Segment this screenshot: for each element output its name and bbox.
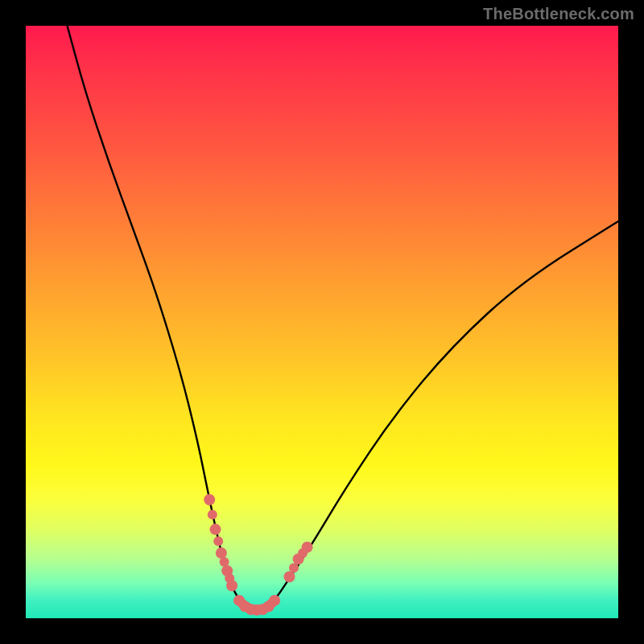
accent-dots-group xyxy=(204,494,312,616)
accent-dot xyxy=(204,494,215,506)
accent-dot xyxy=(213,536,223,546)
accent-dot xyxy=(284,572,295,583)
accent-dot xyxy=(208,510,217,519)
accent-dot xyxy=(210,524,221,535)
watermark-text: TheBottleneck.com xyxy=(483,5,634,23)
bottleneck-curve xyxy=(68,26,619,609)
accent-dot xyxy=(302,542,313,553)
chart-frame: TheBottleneck.com xyxy=(0,0,644,644)
accent-dot xyxy=(226,580,237,592)
accent-dot xyxy=(269,595,280,606)
accent-dot xyxy=(216,547,227,559)
curve-svg xyxy=(26,26,618,618)
plot-area xyxy=(26,26,618,618)
